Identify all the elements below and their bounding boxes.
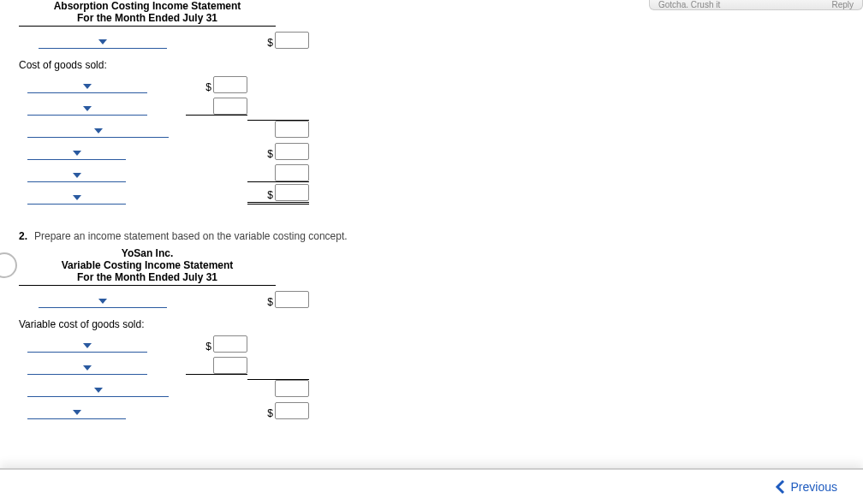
s1-ni-input[interactable] [275,184,309,201]
chevron-left-icon [774,479,786,495]
s1-cogs-input2[interactable] [213,98,247,115]
stmt2-company: YoSan Inc. [19,247,276,259]
s1-cogs-dd1[interactable] [27,84,147,93]
chat-snippet: Gotcha. Crush it [658,0,720,9]
absorption-statement: Absorption Costing Income Statement For … [19,0,844,205]
s2-vcogs-dd1[interactable] [27,343,147,353]
svg-marker-4 [73,151,81,156]
currency: $ [201,81,211,93]
stmt2-title1: Variable Costing Income Statement [19,259,276,271]
previous-label: Previous [791,480,837,494]
svg-marker-1 [83,84,92,89]
svg-marker-10 [94,388,103,393]
s1-dd-sales[interactable] [39,39,167,49]
currency: $ [201,341,211,353]
svg-marker-8 [83,343,92,348]
svg-marker-9 [83,365,92,371]
s1-cogs-dd2[interactable] [27,106,147,116]
s1-dd-gp[interactable] [27,151,126,160]
stmt1-title2: For the Month Ended July 31 [19,12,276,27]
currency: $ [263,189,273,201]
s1-exp-input[interactable] [275,164,309,181]
s1-dd-sub1[interactable] [27,128,169,138]
s1-sales-input[interactable] [275,32,309,49]
svg-marker-6 [73,195,81,200]
svg-marker-3 [94,128,103,133]
s1-gp-input[interactable] [275,143,309,160]
chat-reply-bar: Gotcha. Crush it Reply [649,0,863,10]
s2-vcogs-dd2[interactable] [27,365,147,375]
s2-vcogs-input1[interactable] [213,335,247,353]
s2-dd-sales[interactable] [39,299,167,308]
stmt2-title2: For the Month Ended July 31 [19,271,276,286]
s2-sales-input[interactable] [275,291,309,308]
svg-marker-7 [98,299,107,304]
footer-bar: Previous [0,468,863,504]
q2-text: Prepare an income statement based on the… [34,230,348,242]
previous-button[interactable]: Previous [774,479,837,495]
svg-marker-5 [73,173,81,178]
s2-cm-input[interactable] [275,402,309,419]
currency: $ [263,296,273,308]
svg-marker-2 [83,106,92,111]
variable-statement: YoSan Inc. Variable Costing Income State… [19,247,844,419]
currency: $ [263,148,273,160]
s1-dd-exp[interactable] [27,173,126,182]
s1-dd-ni[interactable] [27,195,126,205]
svg-marker-11 [73,410,81,415]
stmt1-title1: Absorption Costing Income Statement [19,0,276,12]
s2-sub1-input[interactable] [275,380,309,397]
cogs-label: Cost of goods sold: [19,59,107,71]
currency: $ [263,37,273,49]
s2-dd-cm[interactable] [27,410,126,419]
s2-vcogs-input2[interactable] [213,357,247,374]
vcogs-label: Variable cost of goods sold: [19,318,145,330]
svg-marker-0 [98,39,107,44]
currency: $ [263,407,273,419]
s2-dd-sub1[interactable] [27,388,169,397]
reply-link[interactable]: Reply [831,0,854,9]
q2-intro: 2. Prepare an income statement based on … [19,230,844,242]
s1-cogs-input1[interactable] [213,76,247,93]
q2-number: 2. [19,230,27,242]
s1-sub1-input[interactable] [275,121,309,138]
